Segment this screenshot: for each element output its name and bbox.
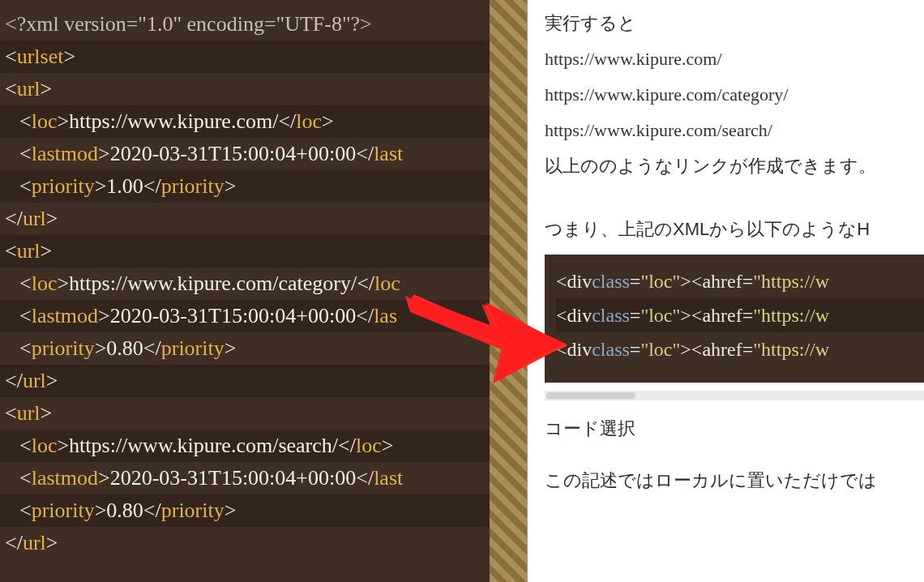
xml-code-block: <?xml version="1.0" encoding="UTF-8"?> <… xyxy=(0,0,490,582)
decorative-gutter xyxy=(490,0,528,582)
horizontal-scrollbar[interactable] xyxy=(545,391,924,400)
code-line: <div class="loc"><a href="https://w xyxy=(556,264,924,298)
code-line: </url> xyxy=(0,203,490,235)
code-line: <lastmod>2020-03-31T15:00:04+00:00</las xyxy=(0,300,490,332)
code-line: <priority>0.80</priority> xyxy=(0,332,490,365)
code-line: <url> xyxy=(0,73,490,105)
url-text: https://www.kipure.com/category/ xyxy=(545,79,924,110)
url-text: https://www.kipure.com/ xyxy=(545,44,924,75)
code-line: <?xml version="1.0" encoding="UTF-8"?> xyxy=(0,8,490,41)
page-root: <?xml version="1.0" encoding="UTF-8"?> <… xyxy=(0,0,924,582)
paragraph: つまり、上記のXMLから以下のようなH xyxy=(545,214,924,245)
code-line: <div class="loc"><a href="https://w xyxy=(556,298,924,332)
url-text: https://www.kipure.com/search/ xyxy=(545,115,924,146)
code-line: </url> xyxy=(0,365,490,397)
paragraph: 以上ののようなリンクが作成できます。 xyxy=(545,151,924,182)
code-line: <url> xyxy=(0,235,490,267)
code-line: <loc>https://www.kipure.com/search/</loc… xyxy=(0,430,490,462)
xml-declaration: <?xml version="1.0" encoding="UTF-8"?> xyxy=(5,8,372,41)
code-line: <priority>1.00</priority> xyxy=(0,170,490,203)
code-line: <div class="loc"><a href="https://w xyxy=(556,332,924,366)
html-code-block: <div class="loc"><a href="https://w <div… xyxy=(545,255,924,383)
code-line: <loc>https://www.kipure.com/</loc> xyxy=(0,105,490,138)
article-panel: 実行すると https://www.kipure.com/ https://ww… xyxy=(490,0,924,582)
code-line: <lastmod>2020-03-31T15:00:04+00:00</last xyxy=(0,138,490,170)
code-line: <loc>https://www.kipure.com/category/</l… xyxy=(0,267,490,300)
paragraph: 実行すると xyxy=(545,8,924,39)
code-line: <url> xyxy=(0,397,490,430)
code-line: <lastmod>2020-03-31T15:00:04+00:00</last xyxy=(0,462,490,494)
code-line: </url> xyxy=(0,527,490,559)
paragraph: コード選択 xyxy=(545,413,924,444)
code-line: <priority>0.80</priority> xyxy=(0,494,490,527)
code-line: <urlset> xyxy=(0,41,490,73)
paragraph: この記述ではローカルに置いただけでは xyxy=(545,465,924,496)
